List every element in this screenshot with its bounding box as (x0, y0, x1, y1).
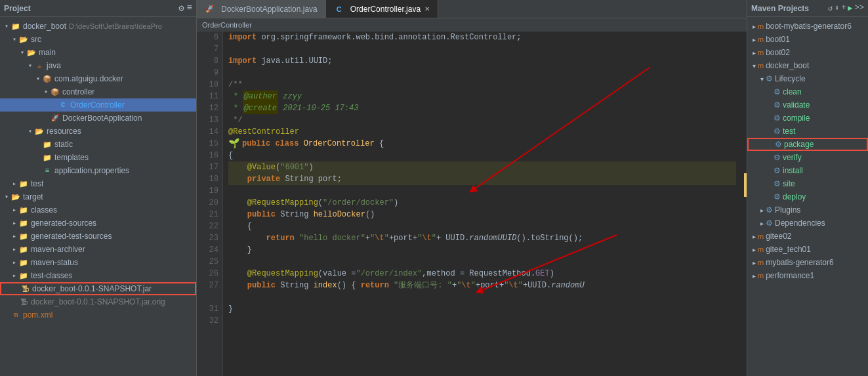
maven-item-mybatis-gen6[interactable]: m mybatis-generator6 (747, 256, 868, 269)
tree-item-package[interactable]: 📦 com.atguigu.docker (0, 72, 196, 85)
tree-label-templates: templates (54, 153, 89, 162)
maven-item-site[interactable]: ⚙ site (747, 177, 868, 190)
folder-icon: 📁 (42, 139, 52, 150)
tree-item-maven-status[interactable]: 📁 maven-status (0, 256, 196, 269)
code-line-16: { (228, 150, 736, 161)
maven-item-clean[interactable]: ⚙ clean (747, 85, 868, 98)
phase-icon: ⚙ (775, 140, 782, 149)
tree-item-app-properties[interactable]: ≡ application.properties (0, 164, 196, 177)
maven-item-gitee02[interactable]: m gitee02 (747, 230, 868, 243)
tree-arrow (758, 207, 766, 214)
more-icon[interactable]: >> (855, 3, 864, 13)
maven-item-boot-mybatis-gen[interactable]: m boot-mybatis-generator6 (747, 20, 868, 33)
code-line-20: @RequestMapping("/order/docker") (228, 197, 736, 209)
tree-item-test[interactable]: 📁 test (0, 177, 196, 190)
run-icon[interactable]: ▶ (848, 3, 852, 13)
line-numbers: 6 7 8 9 10 11 12 13 14 15 16 17 18 19 20… (197, 31, 223, 376)
tree-arrow (34, 75, 42, 83)
code-line-6: import org.springframework.web.bind.anno… (228, 31, 736, 43)
code-content[interactable]: import org.springframework.web.bind.anno… (223, 31, 741, 376)
refresh-icon[interactable]: ↺ (828, 3, 833, 13)
jar-icon: 🗜 (20, 283, 30, 294)
tree-item-main[interactable]: 📂 main (0, 46, 196, 59)
tab-docker-boot-app[interactable]: 🚀 DockerBootApplication.java (197, 0, 326, 18)
tree-item-maven-archiver[interactable]: 📁 maven-archiver (0, 243, 196, 256)
tree-item-docker-boot[interactable]: 📁 docker_boot D:\devSoft\JetBrains\IdeaP… (0, 20, 196, 33)
maven-item-package[interactable]: ⚙ package (747, 138, 868, 151)
tree-item-java[interactable]: ☕ java (0, 59, 196, 72)
tree-item-docker-boot-app[interactable]: 🚀 DockerBootApplication (0, 112, 196, 125)
tree-item-generated-sources[interactable]: 📁 generated-sources (0, 217, 196, 230)
tree-item-gen-test-sources[interactable]: 📁 generated-test-sources (0, 230, 196, 243)
phase-icon: ⚙ (774, 179, 781, 188)
phase-icon: ⚙ (774, 153, 781, 162)
maven-item-performance1[interactable]: m performance1 (747, 269, 868, 282)
tab-icon-order: C (334, 4, 344, 14)
maven-item-lifecycle[interactable]: ⚙ Lifecycle (747, 72, 868, 85)
tree-item-test-classes[interactable]: 📁 test-classes (0, 269, 196, 282)
gear-icon[interactable]: ⚙ (178, 3, 184, 14)
tree-item-target[interactable]: 📂 target (0, 190, 196, 203)
settings-icon[interactable]: ≡ (187, 3, 192, 14)
package-icon: 📦 (42, 73, 52, 84)
tree-label-path: D:\devSoft\JetBrains\IdeaPro (69, 22, 162, 30)
tab-close-button[interactable]: ✕ (424, 5, 430, 12)
maven-item-boot01[interactable]: m boot01 (747, 33, 868, 46)
maven-item-verify[interactable]: ⚙ verify (747, 151, 868, 164)
class-icon: C (58, 100, 68, 110)
properties-icon: ≡ (42, 165, 52, 176)
maven-item-compile[interactable]: ⚙ compile (747, 112, 868, 125)
maven-item-docker-boot[interactable]: m docker_boot (747, 59, 868, 72)
tree-arrow (750, 62, 758, 70)
maven-project-icon: m (758, 272, 764, 280)
tree-item-classes[interactable]: 📁 classes (0, 203, 196, 217)
maven-item-gitee-tech01[interactable]: m gitee_tech01 (747, 243, 868, 256)
tree-item-templates[interactable]: 📁 templates (0, 151, 196, 164)
tree-item-src[interactable]: 📂 src (0, 33, 196, 46)
maven-item-dependencies[interactable]: ⚙ Dependencies (747, 217, 868, 230)
package-icon: 📦 (50, 87, 60, 97)
tree-item-order-controller[interactable]: C OrderController (0, 98, 196, 112)
tree-item-snapshot-jar-orig[interactable]: 🗜 docker_boot-0.0.1-SNAPSHOT.jar.orig (0, 295, 196, 308)
maven-item-plugins[interactable]: ⚙ Plugins (747, 203, 868, 217)
folder-icon: 📁 (18, 270, 29, 281)
tree-item-pom[interactable]: m pom.xml (0, 308, 196, 322)
tree-label-generated-sources: generated-sources (31, 219, 96, 228)
maven-item-test[interactable]: ⚙ test (747, 125, 868, 138)
lifecycle-icon: ⚙ (766, 74, 773, 83)
folder-icon: 📁 (18, 178, 29, 189)
maven-item-validate[interactable]: ⚙ validate (747, 98, 868, 112)
tab-order-controller[interactable]: C OrderController.java ✕ (326, 0, 438, 18)
tree-arrow (10, 35, 18, 43)
tree-arrow (758, 220, 766, 227)
maven-tree: m boot-mybatis-generator6 m boot01 m boo… (747, 17, 868, 376)
code-line-22: { (228, 220, 736, 232)
maven-item-boot02[interactable]: m boot02 (747, 46, 868, 59)
tree-item-snapshot-jar[interactable]: 🗜 docker_boot-0.0.1-SNAPSHOT.jar (0, 282, 196, 295)
tree-item-static[interactable]: 📁 static (0, 138, 196, 151)
maven-item-install[interactable]: ⚙ install (747, 164, 868, 177)
add-icon[interactable]: + (841, 3, 846, 13)
maven-label-mybatis-gen6: mybatis-generator6 (766, 258, 833, 267)
tree-arrow (750, 49, 758, 56)
tree-label-src: src (31, 35, 41, 44)
tree-label-classes: classes (31, 205, 57, 215)
project-tree: 📁 docker_boot D:\devSoft\JetBrains\IdeaP… (0, 17, 196, 376)
maven-item-deploy[interactable]: ⚙ deploy (747, 190, 868, 203)
folder-icon: 📁 (42, 152, 52, 163)
code-line-15: 🌱 public class OrderController { (228, 138, 736, 150)
tree-label-test: test (31, 179, 43, 188)
maven-panel-title: Maven Projects (751, 4, 809, 13)
maven-label-clean: clean (783, 87, 802, 96)
tree-label-pom: pom.xml (23, 310, 52, 320)
maven-project-icon: m (758, 232, 764, 240)
folder-icon: 📂 (10, 192, 21, 202)
folder-icon: 📂 (34, 126, 45, 136)
download-icon[interactable]: ⬇ (835, 3, 839, 13)
tab-bar: 🚀 DockerBootApplication.java C OrderCont… (197, 0, 747, 18)
tree-label-main: main (39, 48, 56, 57)
tree-arrow (3, 193, 10, 201)
tree-item-controller[interactable]: 📦 controller (0, 85, 196, 98)
tree-item-resources[interactable]: 📂 resources (0, 125, 196, 138)
project-panel: Project ⚙ ≡ 📁 docker_boot D:\devSoft\Jet… (0, 0, 197, 376)
